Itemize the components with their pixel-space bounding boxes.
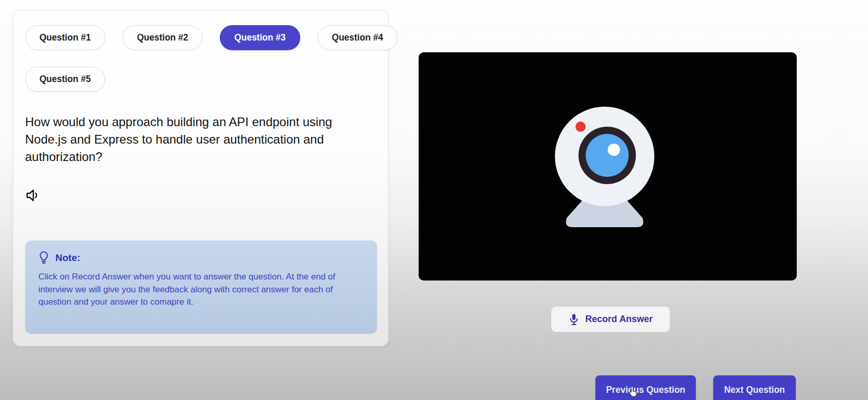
- note-title: Note:: [55, 252, 80, 264]
- record-answer-label: Record Answer: [585, 314, 652, 325]
- speaker-icon[interactable]: [25, 187, 42, 204]
- record-answer-button[interactable]: Record Answer: [551, 306, 670, 332]
- lightbulb-icon: [38, 251, 49, 265]
- question-tab-4[interactable]: Question #4: [318, 25, 398, 50]
- question-tab-1[interactable]: Question #1: [25, 25, 105, 50]
- question-tab-2[interactable]: Question #2: [122, 25, 202, 50]
- previous-question-button[interactable]: Previous Question: [595, 375, 696, 400]
- note-header: Note:: [38, 251, 364, 265]
- note-box: Note: Click on Record Answer when you wa…: [25, 241, 377, 334]
- note-body-text: Click on Record Answer when you want to …: [38, 271, 364, 309]
- question-panel: Question #1 Question #2 Question #3 Ques…: [13, 10, 388, 346]
- question-tab-3[interactable]: Question #3: [220, 25, 300, 50]
- webcam-icon: [548, 101, 666, 229]
- question-tabs-row-1: Question #1 Question #2 Question #3 Ques…: [25, 25, 376, 50]
- question-tabs-row-2: Question #5: [25, 67, 376, 92]
- webcam-preview-area: [419, 52, 797, 281]
- microphone-icon: [568, 313, 580, 326]
- question-tab-5[interactable]: Question #5: [25, 67, 105, 92]
- interview-page: Question #1 Question #2 Question #3 Ques…: [0, 0, 868, 400]
- question-text: How would you approach building an API e…: [25, 113, 358, 166]
- next-question-button[interactable]: Next Question: [713, 375, 796, 400]
